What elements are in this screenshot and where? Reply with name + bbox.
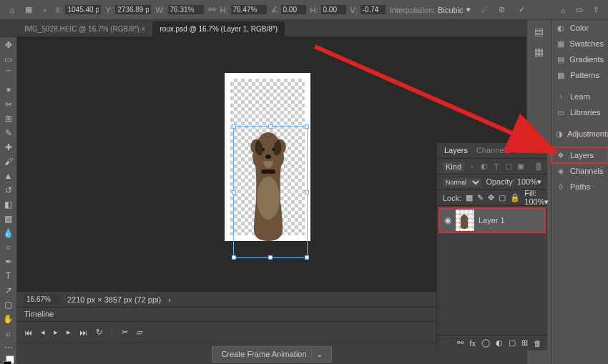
filter-adjust-icon[interactable]: ◐ (480, 162, 489, 171)
pen-tool[interactable]: ✒ (2, 257, 15, 267)
lock-transparency-icon[interactable]: ▩ (466, 193, 473, 202)
handle-br[interactable] (305, 255, 309, 260)
tl-loop-icon[interactable]: ↻ (96, 328, 102, 337)
opacity-value[interactable]: 100% (517, 177, 537, 186)
warp-icon[interactable]: ☄ (479, 4, 491, 16)
handle-tl[interactable] (232, 124, 236, 129)
layers-label: Layers (570, 151, 594, 159)
hand-tool[interactable]: ✋ (2, 314, 15, 324)
type-tool[interactable]: T (2, 271, 15, 281)
group-icon[interactable]: ▢ (509, 338, 516, 348)
vskew-label: V: (350, 6, 358, 14)
chevron-right-icon[interactable]: › (168, 295, 171, 304)
fx-icon[interactable]: fx (469, 339, 476, 348)
history-icon[interactable]: ▤ (534, 26, 544, 37)
zoom-input[interactable] (24, 295, 60, 304)
y-input[interactable] (115, 5, 151, 14)
tl-play-icon[interactable]: ▸ (54, 328, 58, 337)
chevron-down-icon[interactable]: ▾ (466, 5, 471, 14)
create-frame-button[interactable]: Create Frame Animation⌄ (212, 346, 331, 363)
cancel-icon[interactable]: ⊘ (496, 4, 509, 16)
crop-tool[interactable]: ✂ (2, 99, 15, 109)
handle-mr[interactable] (305, 190, 309, 195)
panel-paths[interactable]: ◊Paths (551, 179, 608, 195)
lock-artboard-icon[interactable]: ▢ (499, 193, 506, 202)
tab-img5928[interactable]: IMG_5928.HEIC @ 16.7% (RGB/8*) × (17, 21, 152, 36)
tl-next-icon[interactable]: ▸ (67, 328, 71, 337)
new-layer-icon[interactable]: ⊞ (521, 338, 528, 348)
wand-tool[interactable]: ✶ (2, 85, 15, 95)
zoom-tool[interactable]: ⌕ (2, 328, 15, 338)
layer-thumbnail[interactable] (456, 210, 474, 231)
lock-paint-icon[interactable]: ✎ (477, 193, 484, 202)
tl-cut-icon[interactable]: ✂ (122, 328, 128, 337)
h-input[interactable] (231, 5, 267, 14)
lock-position-icon[interactable]: ✥ (488, 193, 494, 202)
mask-icon[interactable]: ◯ (481, 338, 490, 348)
handle-bl[interactable] (232, 255, 236, 260)
tl-first-icon[interactable]: ⏮ (24, 328, 32, 337)
hskew-input[interactable] (321, 5, 346, 14)
tab-roux[interactable]: roux.psd @ 16.7% (Layer 1, RGB/8*) (152, 21, 285, 36)
tool-palette: ✥ ▭ ⌒ ✶ ✂ ⊞ ✎ ✚ 🖌 ▲ ↺ ◧ ▦ 💧 ○ ✒ T ↗ ▢ ✋ … (0, 37, 17, 364)
visibility-icon[interactable]: ◉ (444, 215, 451, 225)
interp-value[interactable]: Bicubic (438, 6, 463, 14)
panel-color[interactable]: ◐Color (551, 20, 608, 36)
panel-channels[interactable]: ◈Channels (551, 163, 608, 179)
frame-tool[interactable]: ⊞ (2, 114, 15, 124)
filter-type-icon[interactable]: T (492, 162, 501, 171)
adjustment-layer-icon[interactable]: ◐ (496, 338, 503, 348)
history-brush-tool[interactable]: ↺ (2, 185, 15, 195)
annotation-arrow (308, 39, 565, 161)
handle-tm[interactable] (268, 124, 273, 129)
x-input[interactable] (65, 5, 101, 14)
delete-layer-icon[interactable]: 🗑 (534, 339, 541, 348)
filter-smart-icon[interactable]: ▣ (516, 162, 525, 171)
lasso-tool[interactable]: ⌒ (2, 69, 15, 81)
w-input[interactable] (168, 5, 204, 14)
home-icon[interactable]: ⌂ (6, 4, 18, 16)
h-label: H: (220, 6, 228, 14)
blend-mode-select[interactable]: Normal (443, 178, 481, 187)
handle-ml[interactable] (232, 190, 236, 195)
crop-icon[interactable]: ▦ (22, 4, 34, 16)
anchor-icon[interactable]: ▫ (39, 4, 51, 16)
eyedropper-tool[interactable]: ✎ (2, 128, 15, 138)
lock-all-icon[interactable]: 🔒 (510, 193, 520, 202)
marquee-tool[interactable]: ▭ (2, 54, 15, 64)
filter-kind-label[interactable]: Kind (443, 162, 464, 172)
stamp-tool[interactable]: ▲ (2, 171, 15, 181)
shape-tool[interactable]: ▢ (2, 300, 15, 310)
tl-prev-icon[interactable]: ◂ (41, 328, 45, 337)
link-layers-icon[interactable]: ⚯ (457, 338, 464, 348)
eraser-tool[interactable]: ◧ (2, 200, 15, 210)
filter-shape-icon[interactable]: ▢ (504, 162, 513, 171)
arrange-icon[interactable]: ▭ (574, 4, 586, 16)
tl-convert-icon[interactable]: ▱ (137, 328, 142, 337)
path-tool[interactable]: ↗ (2, 285, 15, 295)
search-icon[interactable]: ⌕ (557, 4, 569, 16)
dodge-tool[interactable]: ○ (2, 242, 15, 252)
link-icon[interactable]: ⚯ (208, 4, 216, 15)
angle-input[interactable] (281, 5, 306, 14)
vskew-input[interactable] (361, 5, 386, 14)
filter-toggle[interactable] (536, 162, 541, 171)
commit-icon[interactable]: ✓ (516, 4, 529, 16)
gradient-tool[interactable]: ▦ (2, 214, 15, 224)
fill-value[interactable]: 100% (524, 197, 544, 206)
tl-last-icon[interactable]: ⏭ (79, 328, 87, 337)
fg-bg-swatch[interactable] (3, 361, 14, 364)
layer-row-1[interactable]: ◉ Layer 1 (438, 207, 546, 233)
move-tool[interactable]: ✥ (2, 40, 15, 50)
blur-tool[interactable]: 💧 (2, 228, 15, 238)
filter-pixel-icon[interactable]: ▫ (468, 162, 476, 171)
share-icon[interactable]: ⇪ (590, 4, 602, 16)
handle-bm[interactable] (268, 255, 273, 260)
healing-tool[interactable]: ✚ (2, 142, 15, 152)
layer-name[interactable]: Layer 1 (479, 216, 505, 225)
create-frame-label: Create Frame Animation (221, 350, 306, 358)
more-tools[interactable]: ⋯ (2, 343, 15, 353)
chevron-down-icon[interactable]: ⌄ (311, 350, 323, 359)
transform-box[interactable] (233, 126, 308, 258)
brush-tool[interactable]: 🖌 (2, 157, 15, 167)
